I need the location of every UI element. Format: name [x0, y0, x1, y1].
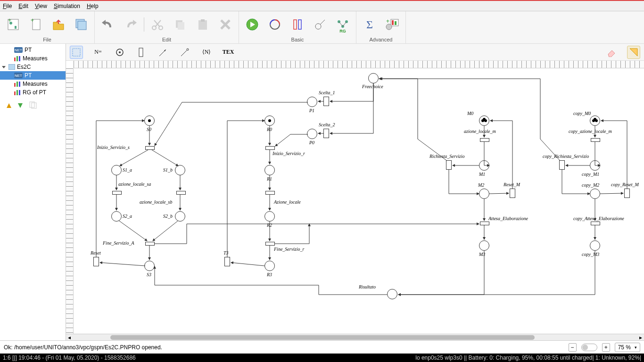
trans-inizio-s[interactable] [145, 146, 155, 150]
arc-tool[interactable] [157, 46, 170, 59]
toolbar-group-advanced: Σ + Advanced [356, 11, 406, 43]
rg-button[interactable]: RG [333, 15, 352, 34]
place-freechoice[interactable] [368, 73, 379, 83]
trans-az-sa[interactable] [112, 191, 122, 195]
trans-az-sb[interactable] [176, 191, 186, 195]
trans-t3[interactable] [224, 257, 230, 266]
trans-fine-a[interactable] [145, 242, 155, 246]
zoom-toggle[interactable] [581, 344, 597, 351]
place-s0[interactable] [144, 115, 155, 126]
trans-az-loc-m[interactable] [480, 138, 489, 142]
clear-tool[interactable] [605, 46, 619, 59]
menu-simulation[interactable]: Simulation [54, 3, 80, 9]
open-button[interactable] [49, 15, 68, 34]
play-button[interactable] [243, 15, 262, 34]
place-m1[interactable] [479, 160, 489, 171]
scrollbar-h[interactable]: ◂▸ [66, 334, 644, 340]
canvas[interactable]: S0 Inizio_Servizio_s S1_a S1_b azione_lo… [74, 68, 644, 334]
save-all-button[interactable] [72, 15, 91, 34]
place-r0[interactable] [264, 115, 275, 126]
place-copy-m1[interactable] [590, 160, 600, 171]
tree-measures-1[interactable]: Measures [0, 54, 66, 63]
place-s3[interactable] [144, 261, 155, 271]
caret-icon [2, 66, 6, 68]
label: Reset_M [504, 182, 520, 187]
place-copy-m3[interactable] [590, 240, 600, 251]
redo-button[interactable] [121, 15, 140, 34]
menu-view[interactable]: View [35, 3, 47, 9]
trans-scelta1[interactable] [323, 97, 329, 106]
place-copy-m2[interactable] [590, 189, 600, 199]
trans-scelta2[interactable] [323, 129, 329, 138]
trans-copy-rich[interactable] [559, 160, 565, 170]
svg-rect-31 [395, 21, 396, 25]
trans-copy-attesa[interactable] [591, 222, 600, 225]
trans-copy-az-loc-m[interactable] [591, 138, 600, 142]
place-m3[interactable] [479, 240, 489, 251]
place-s2b[interactable] [175, 211, 185, 222]
cut-button[interactable] [148, 15, 167, 34]
measure-button[interactable] [311, 15, 330, 34]
label: Freechoice [362, 84, 383, 89]
token-game-button[interactable] [265, 15, 284, 34]
tree-pt-2[interactable]: NETPT [0, 71, 66, 80]
place-p0[interactable] [307, 129, 317, 139]
duplicate-button[interactable] [29, 101, 37, 110]
place-m2[interactable] [479, 189, 489, 199]
select-tool[interactable] [70, 46, 83, 59]
svg-text:+: + [8, 17, 11, 24]
label: Scelta_1 [319, 90, 335, 95]
trans-attesa[interactable] [480, 222, 489, 225]
inhibitor-tool[interactable] [178, 46, 191, 59]
ruler-horizontal [74, 61, 644, 68]
unfold-button[interactable] [288, 15, 307, 34]
tree-measures-2[interactable]: Measures [0, 80, 66, 88]
system-bar: 1:6 [|] 19:04:46 - (Fri 01 May, 05.2020)… [0, 354, 644, 362]
menu-file[interactable]: FFileile [3, 3, 12, 9]
zoom-out-button[interactable]: − [569, 343, 577, 352]
n-tool[interactable]: ⟨N⟩ [200, 46, 213, 59]
trans-fine-r[interactable] [265, 242, 275, 246]
copy-button[interactable] [171, 15, 190, 34]
zoom-in-button[interactable]: + [602, 343, 610, 352]
menu-edit[interactable]: Edit [18, 3, 28, 9]
delete-button[interactable] [216, 15, 235, 34]
svg-line-28 [343, 22, 347, 26]
name-tool[interactable]: N= [91, 46, 105, 59]
trans-reset[interactable] [93, 257, 99, 266]
place-tool[interactable] [113, 46, 126, 59]
transition-tool[interactable] [135, 46, 148, 59]
place-r1[interactable] [264, 165, 275, 175]
sigma-button[interactable]: Σ [360, 15, 379, 34]
trans-reset-m[interactable] [510, 189, 515, 198]
new-page-button[interactable]: + [26, 15, 45, 34]
zoom-select[interactable]: 75 %▾ [615, 343, 640, 352]
place-copy-m0[interactable] [590, 115, 600, 126]
ruler-tool[interactable] [627, 46, 640, 59]
trans-az-loc[interactable] [265, 191, 275, 195]
place-m0[interactable] [479, 115, 489, 126]
trans-inizio-r[interactable] [265, 146, 275, 150]
paste-button[interactable] [193, 15, 212, 34]
ruler-vertical [66, 68, 74, 334]
menu-help[interactable]: Help [87, 3, 99, 9]
tree-es2c[interactable]: Es2C [0, 63, 66, 71]
place-s1b[interactable] [175, 165, 185, 175]
tree-pt-1[interactable]: NETPT [0, 46, 66, 54]
place-risultato[interactable] [387, 289, 397, 299]
trans-copy-reset-m[interactable] [624, 189, 630, 198]
place-s1a[interactable] [111, 165, 122, 175]
place-r2[interactable] [264, 211, 275, 222]
new-net-button[interactable]: + [4, 15, 23, 34]
tree-rg[interactable]: RG of PT [0, 88, 66, 97]
trans-rich-serv[interactable] [446, 160, 452, 170]
move-down-button[interactable] [18, 103, 23, 109]
move-up-button[interactable] [7, 103, 11, 109]
svg-rect-34 [8, 64, 15, 70]
undo-button[interactable] [99, 15, 117, 34]
place-r3[interactable] [264, 261, 275, 271]
tex-tool[interactable]: TEX [222, 46, 235, 59]
settings-button[interactable]: + [383, 15, 402, 34]
place-s2a[interactable] [111, 211, 122, 222]
place-p1[interactable] [307, 97, 317, 107]
